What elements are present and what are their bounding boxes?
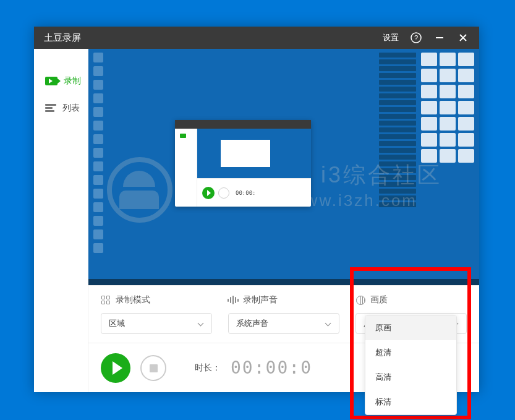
chevron-down-icon	[198, 320, 204, 327]
audio-value: 系统声音	[236, 318, 268, 329]
sidebar: 录制 列表	[34, 49, 88, 392]
quality-option[interactable]: 高清	[365, 365, 456, 390]
play-button[interactable]	[101, 353, 130, 383]
embedded-preview-window: 00:00:	[175, 120, 311, 207]
audio-label: 录制声音	[243, 294, 278, 306]
stop-button[interactable]	[140, 355, 166, 381]
record-mode-label: 录制模式	[116, 294, 150, 306]
audio-icon	[228, 295, 238, 305]
audio-group: 录制声音 系统声音	[228, 294, 339, 334]
record-mode-group: 录制模式 区域	[101, 294, 212, 334]
record-mode-value: 区域	[109, 318, 125, 329]
sidebar-item-label: 录制	[64, 75, 81, 87]
quality-dropdown-menu: 原画 超清 高清 标清	[365, 315, 457, 415]
record-mode-dropdown[interactable]: 区域	[101, 313, 212, 334]
watermark-url: www.i3zh.com	[292, 191, 417, 210]
quality-label: 画质	[370, 294, 388, 306]
grid-icon	[101, 295, 111, 305]
sidebar-item-label: 列表	[62, 103, 80, 114]
mini-duration: 00:00:	[236, 190, 256, 196]
quality-option[interactable]: 原画	[365, 315, 456, 340]
watermark-logo	[107, 157, 172, 223]
close-icon[interactable]	[457, 32, 469, 44]
sidebar-item-list[interactable]: 列表	[34, 95, 88, 122]
quality-option[interactable]: 超清	[365, 340, 456, 365]
settings-link[interactable]: 设置	[383, 32, 399, 43]
mini-play-icon	[202, 187, 215, 199]
duration-value: 00:00:0	[231, 358, 312, 378]
app-title: 土豆录屏	[44, 32, 383, 44]
list-icon	[45, 104, 56, 113]
sidebar-item-record[interactable]: 录制	[34, 67, 88, 95]
minimize-icon[interactable]	[433, 32, 446, 44]
quality-icon	[355, 295, 365, 305]
svg-text:?: ?	[414, 34, 418, 41]
duration-label: 时长：	[195, 362, 221, 374]
watermark-text: i3综合社区	[321, 160, 442, 191]
help-icon[interactable]: ?	[410, 32, 422, 44]
mini-stop-icon	[218, 187, 229, 199]
audio-dropdown[interactable]: 系统声音	[228, 313, 339, 334]
preview-area: i3综合社区 www.i3zh.com 00:00:	[88, 49, 479, 285]
title-bar: 土豆录屏 设置 ?	[34, 27, 479, 49]
record-icon	[45, 77, 57, 85]
quality-option[interactable]: 标清	[365, 390, 456, 414]
chevron-down-icon	[325, 320, 331, 327]
